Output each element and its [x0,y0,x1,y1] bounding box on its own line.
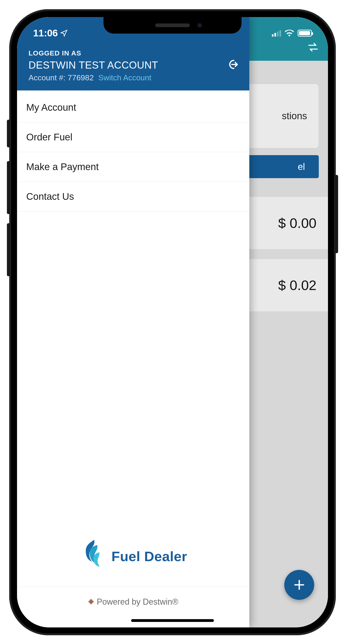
sidebar-item-my-account[interactable]: My Account [17,90,249,122]
wifi-icon [285,30,294,36]
sidebar-menu: My Account Order Fuel Make a Payment Con… [17,90,249,212]
status-time: 11:06 [33,28,58,39]
cellular-signal-icon [272,30,281,36]
card-text-fragment: stions [282,110,307,122]
side-button [7,223,10,276]
speaker-grille [155,24,190,27]
phone-screen: 11:06 [17,17,328,628]
sidebar-item-label: My Account [26,102,76,113]
sidebar-item-label: Make a Payment [26,161,99,172]
side-button [7,161,10,214]
destwin-mark-icon [88,597,94,607]
status-right [272,30,312,36]
front-camera [197,22,202,28]
balance-value: $ 0.00 [278,215,317,231]
account-number: Account #: 776982 [28,73,94,82]
location-arrow-icon [60,29,68,37]
sidebar-item-label: Order Fuel [26,132,72,142]
side-button [7,120,10,147]
sidebar-item-order-fuel[interactable]: Order Fuel [17,122,249,152]
sidebar-item-make-payment[interactable]: Make a Payment [17,152,249,182]
account-name: DESTWIN TEST ACCOUNT [28,60,238,71]
home-indicator[interactable] [131,619,214,622]
logout-button[interactable] [227,58,239,71]
brand-block: Fuel Dealer [17,526,249,587]
sidebar-item-contact-us[interactable]: Contact Us [17,182,249,212]
switch-account-link[interactable]: Switch Account [98,73,152,82]
sidebar-drawer: LOGGED IN AS DESTWIN TEST ACCOUNT Accoun… [17,17,249,628]
fab-add-button[interactable] [284,570,314,600]
brand-name: Fuel Dealer [112,548,187,564]
plus-icon [293,578,306,591]
powered-by-text: Powered by Destwin® [97,597,178,607]
flame-icon [79,540,105,573]
side-button [335,175,338,253]
device-notch [103,17,242,34]
battery-icon [298,30,312,36]
order-button-fragment: el [298,162,305,172]
balance-value: $ 0.02 [278,277,317,293]
phone-device-frame: 11:06 [9,9,336,635]
sidebar-item-label: Contact Us [26,191,74,202]
logged-in-label: LOGGED IN AS [28,49,238,57]
status-left: 11:06 [33,28,68,39]
logout-icon [227,58,239,70]
